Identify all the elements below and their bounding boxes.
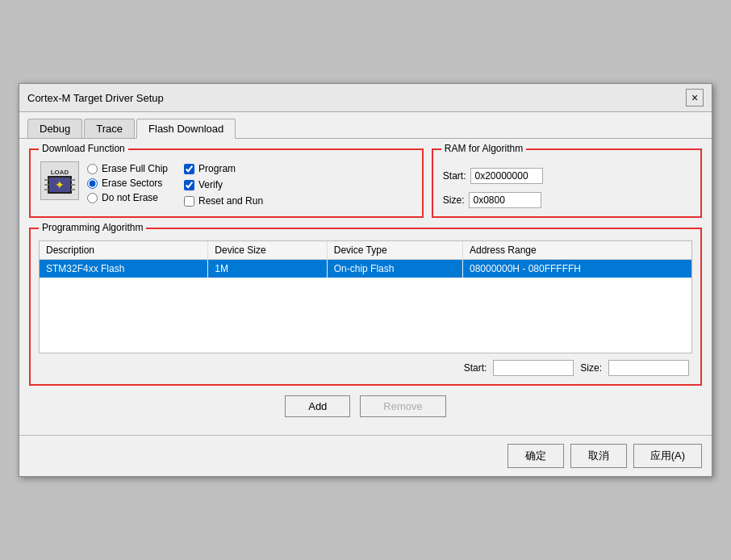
table-head: Description Device Size Device Type Addr… xyxy=(40,241,691,260)
check-verify-label: Verify xyxy=(198,179,223,190)
empty-row-3 xyxy=(40,310,691,326)
load-text: LOAD xyxy=(51,169,69,176)
close-button[interactable]: × xyxy=(686,89,704,107)
col-device-size: Device Size xyxy=(208,241,327,260)
table-body: STM32F4xx Flash 1M On-chip Flash 0800000… xyxy=(40,260,691,327)
tab-flash-download[interactable]: Flash Download xyxy=(136,119,236,139)
empty-row-1 xyxy=(40,278,691,294)
programming-algorithm-group: Programming Algorithm Description Device… xyxy=(29,228,702,386)
window-title: Cortex-M Target Driver Setup xyxy=(27,92,164,104)
pin xyxy=(44,189,48,190)
empty-row-2 xyxy=(40,294,691,310)
radio-erase-full: Erase Full Chip xyxy=(87,163,168,174)
download-function-label: Download Function xyxy=(39,143,128,154)
check-verify-input[interactable] xyxy=(184,180,194,190)
chip-pins-right xyxy=(71,179,75,190)
tab-content: Download Function LOAD ✦ xyxy=(19,138,712,435)
size-field-row: Size: xyxy=(443,192,691,208)
check-program-input[interactable] xyxy=(184,164,194,174)
radio-erase-sectors-input[interactable] xyxy=(87,178,98,189)
pin xyxy=(71,179,75,181)
prog-size-input[interactable] xyxy=(608,360,689,376)
pin xyxy=(44,184,48,186)
radio-erase-full-label: Erase Full Chip xyxy=(102,163,168,174)
main-window: Cortex-M Target Driver Setup × Debug Tra… xyxy=(19,83,712,477)
table-header-row: Description Device Size Device Type Addr… xyxy=(40,241,691,260)
load-icon: LOAD ✦ xyxy=(40,161,79,200)
bottom-bar: 确定 取消 应用(A) xyxy=(19,435,712,476)
algorithm-table: Description Device Size Device Type Addr… xyxy=(40,241,691,326)
col-description: Description xyxy=(40,241,208,260)
prog-start-input[interactable] xyxy=(493,360,574,376)
table-row[interactable]: STM32F4xx Flash 1M On-chip Flash 0800000… xyxy=(40,260,691,278)
radio-group: Erase Full Chip Erase Sectors Do not Era… xyxy=(87,163,168,203)
check-program-label: Program xyxy=(198,163,236,174)
prog-size-label: Size: xyxy=(580,362,602,374)
pin xyxy=(44,179,48,181)
size-label: Size: xyxy=(443,194,465,206)
add-remove-row: Add Remove xyxy=(29,395,702,417)
check-reset-run-label: Reset and Run xyxy=(198,195,263,207)
top-row: Download Function LOAD ✦ xyxy=(29,148,702,218)
pin xyxy=(71,189,75,190)
chip-graphic: ✦ xyxy=(48,176,72,194)
ram-algorithm-group: RAM for Algorithm Start: Size: xyxy=(432,148,702,218)
start-input[interactable] xyxy=(470,168,543,184)
radio-erase-sectors: Erase Sectors xyxy=(87,178,168,189)
chip-star-icon: ✦ xyxy=(55,178,65,191)
remove-button[interactable]: Remove xyxy=(360,395,445,417)
ram-fields: Start: Size: xyxy=(443,168,691,208)
radio-do-not-erase-input[interactable] xyxy=(87,193,98,203)
apply-button[interactable]: 应用(A) xyxy=(633,444,702,468)
radio-do-not-erase: Do not Erase xyxy=(87,192,168,203)
start-field-row: Start: xyxy=(443,168,691,184)
confirm-button[interactable]: 确定 xyxy=(508,444,564,468)
df-body: LOAD ✦ xyxy=(40,161,412,207)
algorithm-table-container: Description Device Size Device Type Addr… xyxy=(39,240,692,353)
check-program: Program xyxy=(184,163,263,174)
col-device-type: Device Type xyxy=(327,241,462,260)
tab-bar: Debug Trace Flash Download xyxy=(19,112,712,138)
cell-address-range: 08000000H - 080FFFFFH xyxy=(462,260,691,278)
cancel-button[interactable]: 取消 xyxy=(570,444,627,468)
title-bar: Cortex-M Target Driver Setup × xyxy=(19,84,712,112)
radio-erase-full-input[interactable] xyxy=(87,164,98,174)
download-function-group: Download Function LOAD ✦ xyxy=(29,148,424,218)
add-button[interactable]: Add xyxy=(285,395,350,417)
chip-pins-left xyxy=(44,179,48,190)
tab-debug[interactable]: Debug xyxy=(27,119,82,138)
radio-erase-sectors-label: Erase Sectors xyxy=(102,178,162,189)
checkbox-group: Program Verify Reset and Run xyxy=(184,163,263,207)
cell-description: STM32F4xx Flash xyxy=(40,260,208,278)
tab-trace[interactable]: Trace xyxy=(84,119,135,138)
start-size-row: Start: Size: xyxy=(39,360,692,376)
programming-algorithm-label: Programming Algorithm xyxy=(39,222,146,233)
cell-device-type: On-chip Flash xyxy=(327,260,462,278)
ram-algorithm-label: RAM for Algorithm xyxy=(441,143,526,154)
check-reset-run: Reset and Run xyxy=(184,195,263,207)
radio-do-not-erase-label: Do not Erase xyxy=(102,192,158,203)
start-label: Start: xyxy=(443,170,466,182)
size-input[interactable] xyxy=(469,192,541,208)
cell-device-size: 1M xyxy=(208,260,327,278)
pin xyxy=(71,184,75,186)
check-verify: Verify xyxy=(184,179,263,190)
col-address-range: Address Range xyxy=(462,241,691,260)
check-reset-run-input[interactable] xyxy=(184,196,194,207)
prog-start-label: Start: xyxy=(464,362,487,374)
